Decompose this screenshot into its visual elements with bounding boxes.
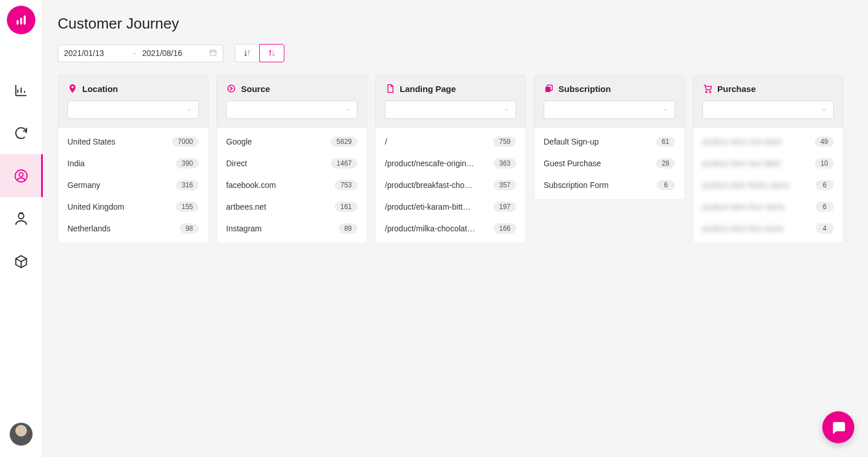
column-source: Source Google5829 Direct1467 facebook.co…	[216, 75, 367, 243]
list-item[interactable]: artbees.net161	[217, 196, 367, 218]
svg-rect-1	[20, 18, 22, 25]
box-icon	[13, 254, 29, 270]
arrow-right-icon: →	[131, 49, 138, 57]
list-item[interactable]: product item four name6	[693, 196, 843, 218]
date-start: 2021/01/13	[64, 49, 126, 58]
list-item[interactable]: /product/nescafe-origin…363	[376, 153, 525, 174]
list-item[interactable]: Netherlands98	[58, 218, 208, 239]
toolbar: 2021/01/13 → 2021/08/16	[58, 44, 853, 62]
list-item[interactable]: Direct1467	[217, 153, 367, 174]
list-item[interactable]: facebook.com753	[217, 174, 367, 196]
app-logo[interactable]	[7, 6, 35, 34]
source-icon	[226, 83, 236, 94]
journey-columns: Location United States7000 India390 Germ…	[58, 75, 853, 243]
chevron-down-icon	[662, 106, 669, 113]
list-item[interactable]: /759	[376, 131, 525, 153]
svg-rect-8	[545, 87, 550, 92]
chevron-down-icon	[344, 106, 351, 113]
column-title: Source	[241, 84, 270, 94]
sort-desc-button[interactable]	[235, 44, 260, 62]
main-content: Customer Journey 2021/01/13 → 2021/08/16	[43, 0, 868, 457]
column-title: Purchase	[717, 84, 756, 94]
sort-asc-button[interactable]	[259, 44, 284, 62]
sync-icon	[13, 125, 29, 141]
column-body: /759 /product/nescafe-origin…363 /produc…	[375, 127, 526, 243]
list-item[interactable]: product item one label49	[693, 131, 843, 153]
sidebar	[0, 0, 43, 457]
column-header: Location	[58, 75, 208, 127]
svg-point-7	[228, 85, 235, 92]
column-body: Default Sign-up61 Guest Purchase28 Subsc…	[534, 127, 685, 200]
column-body: product item one label49 product item tw…	[693, 127, 843, 243]
nav-item-customer-journey[interactable]	[0, 154, 43, 197]
column-body: United States7000 India390 Germany316 Un…	[58, 127, 208, 243]
sort-group	[235, 44, 284, 62]
list-item[interactable]: India390	[58, 153, 208, 174]
list-item[interactable]: United Kingdom155	[58, 196, 208, 218]
sort-desc-icon	[243, 49, 251, 57]
bars-icon	[14, 13, 28, 27]
date-range-picker[interactable]: 2021/01/13 → 2021/08/16	[58, 45, 223, 62]
list-item[interactable]: /product/milka-chocolat…166	[376, 218, 525, 239]
cart-icon	[702, 83, 713, 94]
column-header: Subscription	[534, 75, 685, 127]
column-subscription: Subscription Default Sign-up61 Guest Pur…	[534, 75, 685, 243]
chat-button[interactable]	[822, 411, 854, 443]
filter-select[interactable]	[67, 101, 199, 119]
filter-select[interactable]	[544, 101, 675, 119]
column-title: Subscription	[558, 84, 611, 94]
chevron-down-icon	[503, 106, 510, 113]
list-item[interactable]: Guest Purchase28	[535, 153, 684, 174]
list-item[interactable]: Subscription Form6	[535, 174, 684, 196]
filter-select[interactable]	[226, 101, 357, 119]
column-title: Landing Page	[400, 84, 456, 94]
svg-point-10	[706, 91, 707, 93]
list-item[interactable]: product item five name4	[693, 218, 843, 239]
svg-rect-0	[17, 20, 19, 25]
filter-select[interactable]	[702, 101, 834, 119]
svg-point-4	[19, 173, 23, 177]
column-body: Google5829 Direct1467 facebook.com753 ar…	[216, 127, 367, 243]
list-item[interactable]: product item two label10	[693, 153, 843, 174]
user-icon	[13, 211, 29, 227]
list-item[interactable]: Default Sign-up61	[535, 131, 684, 153]
list-item[interactable]: United States7000	[58, 131, 208, 153]
location-icon	[67, 83, 78, 94]
date-end: 2021/08/16	[142, 49, 204, 58]
list-item[interactable]: /product/breakfast-cho…357	[376, 174, 525, 196]
column-header: Landing Page	[375, 75, 526, 127]
svg-point-11	[709, 91, 710, 93]
nav-item-sync[interactable]	[0, 111, 43, 154]
column-title: Location	[82, 84, 118, 94]
list-item[interactable]: product item three name6	[693, 174, 843, 196]
chat-icon	[830, 419, 846, 435]
journey-icon	[13, 168, 29, 184]
page-title: Customer Journey	[58, 15, 853, 33]
column-header: Source	[216, 75, 367, 127]
column-header: Purchase	[693, 75, 843, 127]
list-item[interactable]: Google5829	[217, 131, 367, 153]
list-item[interactable]: /product/eti-karam-bitt…197	[376, 196, 525, 218]
filter-select[interactable]	[385, 101, 516, 119]
nav-item-products[interactable]	[0, 240, 43, 283]
column-landing-page: Landing Page /759 /product/nescafe-origi…	[375, 75, 526, 243]
nav-item-users[interactable]	[0, 197, 43, 240]
sort-asc-icon	[268, 49, 276, 57]
chart-icon	[13, 82, 29, 98]
page-icon	[385, 83, 395, 94]
chevron-down-icon	[821, 106, 827, 113]
svg-point-5	[18, 213, 23, 218]
svg-rect-2	[24, 15, 26, 25]
svg-rect-6	[210, 50, 216, 55]
column-location: Location United States7000 India390 Germ…	[58, 75, 208, 243]
chevron-down-icon	[186, 106, 192, 113]
subscription-icon	[544, 83, 554, 94]
list-item[interactable]: Instagram89	[217, 218, 367, 239]
nav-item-analytics[interactable]	[0, 69, 43, 111]
list-item[interactable]: Germany316	[58, 174, 208, 196]
user-avatar[interactable]	[10, 423, 33, 446]
calendar-icon	[209, 49, 217, 58]
column-purchase: Purchase product item one label49 produc…	[693, 75, 843, 243]
